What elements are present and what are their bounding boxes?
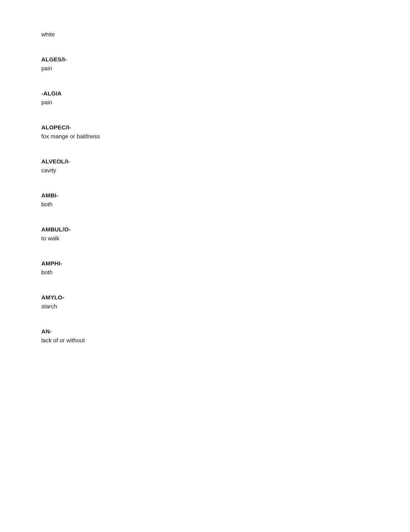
term-alges-i: ALGES/I- [41,56,410,63]
definition-an: lack of or without [41,337,410,343]
definition-ambul-o: to walk [41,235,410,241]
definition-white: white [41,31,410,37]
entry-amylo: AMYLO- starch [41,294,410,309]
entry-alveol-i: ALVEOL/I- cavity [41,158,410,173]
entry-an: AN- lack of or without [41,328,410,343]
term-algia: -ALGIA [41,90,410,97]
definition-alveol-i: cavity [41,167,410,173]
entry-white: white [41,31,410,37]
main-content: white ALGES/I- pain -ALGIA pain ALOPEC/I… [0,0,410,393]
term-an: AN- [41,328,410,335]
entry-alopec-i: ALOPEC/I- fox mange or baldness [41,124,410,139]
definition-alopec-i: fox mange or baldness [41,133,410,139]
term-amylo: AMYLO- [41,294,410,301]
entry-algia: -ALGIA pain [41,90,410,105]
entry-ambul-o: AMBUL/O- to walk [41,226,410,241]
entry-alges-i: ALGES/I- pain [41,56,410,71]
definition-amphi: both [41,269,410,275]
definition-alges-i: pain [41,65,410,71]
term-amphi: AMPHI- [41,260,410,267]
term-alopec-i: ALOPEC/I- [41,124,410,131]
definition-algia: pain [41,99,410,105]
definition-ambi: both [41,201,410,207]
term-alveol-i: ALVEOL/I- [41,158,410,165]
definition-amylo: starch [41,303,410,309]
term-ambul-o: AMBUL/O- [41,226,410,233]
entry-ambi: AMBI- both [41,192,410,207]
term-ambi: AMBI- [41,192,410,199]
entry-amphi: AMPHI- both [41,260,410,275]
